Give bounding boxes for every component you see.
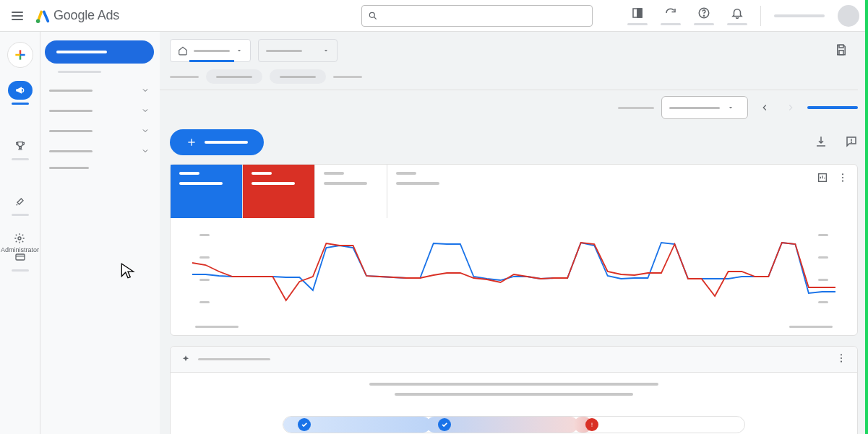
breadcrumb-root[interactable] [170, 76, 199, 78]
account-label[interactable] [774, 14, 825, 17]
main-content [160, 32, 868, 434]
svg-point-20 [851, 142, 852, 142]
date-range-picker[interactable] [661, 96, 748, 119]
rail-goals[interactable] [8, 136, 33, 155]
google-ads-logo-icon [35, 8, 51, 24]
search-input-wrapper[interactable] [361, 5, 593, 27]
view-mode-indicator[interactable] [807, 106, 858, 109]
sidebar-item[interactable] [40, 80, 160, 100]
svg-rect-12 [16, 254, 25, 260]
search-input[interactable] [382, 10, 586, 21]
svg-point-25 [841, 354, 842, 355]
alert-icon [588, 421, 596, 428]
caret-down-icon [236, 47, 243, 54]
avatar[interactable] [838, 5, 859, 27]
rail-underline [12, 158, 29, 160]
line-chart [171, 218, 857, 326]
filter-chip[interactable] [206, 69, 262, 84]
sidebar-item[interactable] [40, 141, 160, 161]
svg-rect-5 [637, 9, 642, 17]
sidebar-primary[interactable] [45, 40, 154, 64]
breadcrumb-trail [333, 76, 362, 78]
rail-tools[interactable] [8, 192, 33, 211]
svg-point-22 [842, 173, 843, 175]
check-icon [441, 421, 448, 428]
insights-more-button[interactable] [835, 352, 847, 366]
plus-multicolor-icon [13, 48, 27, 62]
sidebar-item[interactable] [40, 161, 160, 175]
y-axis-left [199, 234, 210, 303]
metric-tile[interactable] [243, 165, 315, 218]
svg-rect-16 [839, 50, 843, 54]
new-campaign-button[interactable] [170, 129, 264, 155]
svg-point-27 [841, 361, 842, 363]
download-button[interactable] [815, 135, 828, 150]
sidebar-item[interactable] [40, 121, 160, 141]
insight-text [395, 393, 633, 396]
feedback-button[interactable] [845, 135, 858, 150]
card-more-button[interactable] [837, 172, 848, 186]
chevron-down-icon [141, 126, 150, 135]
account-selector[interactable] [170, 39, 251, 62]
sidebar-item[interactable] [40, 100, 160, 121]
filter-chip[interactable] [270, 69, 326, 84]
sparkle-icon [181, 355, 191, 365]
line-chart-svg [192, 230, 835, 316]
rail-underline [12, 214, 29, 216]
more-vertical-icon [835, 352, 847, 364]
date-prev-button[interactable] [755, 98, 774, 117]
rail-admin[interactable]: Administrator [1, 233, 39, 253]
tools-icon [14, 196, 26, 207]
chevron-down-icon [141, 147, 150, 155]
caret-down-icon [322, 47, 330, 54]
brand-logo[interactable]: Google Ads [35, 8, 119, 24]
metric-tile[interactable] [387, 165, 460, 218]
metric-tile[interactable] [171, 165, 243, 218]
date-next-button[interactable] [781, 98, 800, 117]
scope-selector[interactable] [258, 39, 338, 62]
notifications-icon[interactable] [730, 6, 744, 20]
date-range-row [160, 90, 868, 123]
save-view-button[interactable] [835, 43, 848, 58]
expand-chart-button[interactable] [817, 172, 828, 186]
refresh-icon[interactable] [663, 6, 678, 20]
header-actions [627, 5, 859, 27]
svg-rect-28 [592, 423, 593, 425]
svg-point-26 [841, 357, 842, 359]
view-mode-label [618, 107, 654, 109]
appearance-icon[interactable] [630, 6, 645, 20]
breadcrumb-row [160, 66, 868, 90]
action-row [160, 123, 868, 164]
rail-campaigns[interactable] [8, 81, 33, 100]
sidebar-primary-label [56, 51, 107, 53]
menu-icon[interactable] [9, 7, 26, 25]
chevron-right-icon [786, 103, 796, 113]
metric-tile[interactable] [315, 165, 387, 218]
svg-line-2 [374, 17, 377, 19]
insights-card [170, 346, 858, 434]
window-resize-handle[interactable] [865, 0, 868, 434]
brand-text: Google Ads [53, 8, 119, 23]
help-icon[interactable] [697, 6, 711, 20]
svg-point-24 [842, 181, 843, 182]
chevron-left-icon [760, 103, 770, 113]
chevron-down-icon [141, 86, 150, 95]
create-button[interactable] [7, 42, 33, 68]
rail-admin-label: Administrator [1, 246, 39, 253]
save-icon [835, 43, 848, 56]
scope-selectors [160, 32, 868, 66]
trophy-icon [14, 140, 26, 152]
insight-text [369, 383, 658, 386]
svg-point-7 [703, 15, 704, 16]
x-axis-end [789, 326, 833, 328]
svg-point-23 [842, 177, 843, 178]
gear-icon [14, 233, 25, 244]
home-icon [178, 45, 188, 56]
progress-check-dot [298, 418, 311, 431]
svg-point-0 [36, 19, 40, 23]
left-rail: Administrator [0, 32, 40, 434]
svg-point-1 [369, 12, 374, 17]
progress-timeline [283, 416, 745, 434]
divider [760, 6, 761, 26]
sidebar-sub-label [58, 71, 101, 73]
